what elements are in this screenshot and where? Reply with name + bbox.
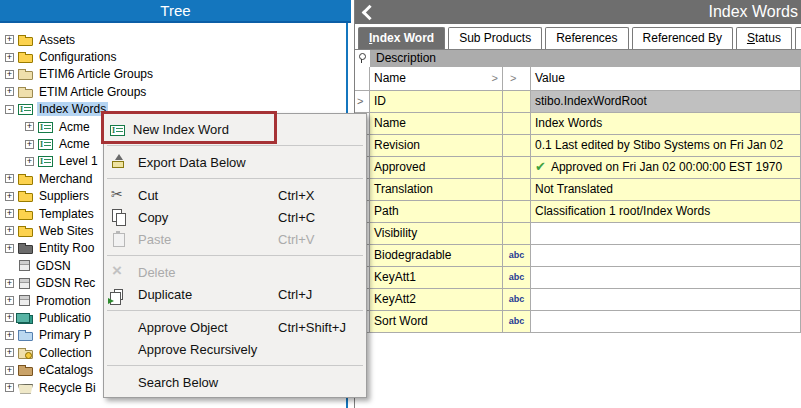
attribute-name-cell[interactable]: Path (370, 201, 503, 223)
collapse-icon[interactable]: - (5, 105, 14, 114)
attribute-name-cell[interactable]: ID (370, 91, 503, 113)
attribute-name-cell[interactable]: Name (370, 113, 503, 135)
tab-s[interactable]: S (795, 27, 801, 49)
menu-item-search-below[interactable]: Search Below (104, 371, 366, 393)
attribute-type-cell (503, 201, 531, 223)
expand-icon[interactable]: + (5, 209, 14, 218)
attribute-value-cell[interactable]: 0.1 Last edited by Stibo Systems on Fri … (531, 135, 801, 157)
tree-item-label: Suppliers (37, 189, 91, 203)
menu-item-copy[interactable]: CopyCtrl+C (104, 206, 366, 228)
pin-icon[interactable] (359, 53, 366, 60)
attribute-name-cell[interactable]: Translation (370, 179, 503, 201)
attribute-row-biodegradable[interactable]: Biodegradableabc (355, 245, 801, 267)
tab-index-word[interactable]: Index Word (358, 27, 445, 49)
attribute-name-cell[interactable]: KeyAtt1 (370, 267, 503, 289)
attribute-value-cell[interactable] (531, 267, 801, 289)
expand-icon[interactable]: + (5, 296, 14, 305)
expand-icon[interactable]: + (5, 53, 14, 62)
attribute-value-cell[interactable] (531, 311, 801, 333)
expand-icon[interactable]: + (5, 226, 14, 235)
type-column-header[interactable] (503, 67, 531, 90)
expand-icon[interactable]: + (5, 192, 14, 201)
attribute-name-cell[interactable]: Visibility (370, 223, 503, 245)
attribute-row-id[interactable]: >IDstibo.IndexWordRoot (355, 91, 801, 113)
attribute-name-cell[interactable]: Revision (370, 135, 503, 157)
expand-icon[interactable]: + (5, 279, 14, 288)
menu-item-export-data-below[interactable]: Export Data Below (104, 151, 366, 173)
folder-icon (18, 176, 33, 185)
attribute-value-cell[interactable] (531, 223, 801, 245)
expand-icon[interactable]: + (5, 244, 14, 253)
attribute-value-cell[interactable]: Classification 1 root/Index Words (531, 201, 801, 223)
expand-icon[interactable]: + (5, 383, 14, 392)
tab-sub-products[interactable]: Sub Products (448, 27, 542, 49)
back-chevron-icon[interactable] (362, 5, 378, 21)
tab-referenced-by[interactable]: Referenced By (632, 27, 733, 49)
panel-header: Index Words (355, 0, 801, 24)
attribute-value-cell[interactable] (531, 245, 801, 267)
attribute-row-sort-word[interactable]: Sort Wordabc (355, 311, 801, 333)
attribute-row-name[interactable]: NameIndex Words (355, 113, 801, 135)
attribute-value-cell[interactable]: Index Words (531, 113, 801, 135)
duplicate-icon (114, 289, 123, 300)
attribute-name-cell[interactable]: Biodegradable (370, 245, 503, 267)
attribute-name-cell[interactable]: Sort Word (370, 311, 503, 333)
pin-gutter[interactable] (355, 50, 371, 67)
menu-item-duplicate[interactable]: DuplicateCtrl+J (104, 283, 366, 305)
delete-icon (110, 264, 130, 280)
menu-item-approve-recursively[interactable]: Approve Recursively (104, 338, 366, 360)
value-column-header[interactable]: Value (531, 67, 801, 90)
attribute-row-keyatt2[interactable]: KeyAtt2abc (355, 289, 801, 311)
tree-item-configurations[interactable]: +Configurations (0, 48, 346, 65)
tree-item-assets[interactable]: +Assets (0, 31, 346, 48)
panel-title: Index Words (708, 0, 798, 24)
attribute-name-cell[interactable]: KeyAtt2 (370, 289, 503, 311)
expand-icon[interactable]: + (5, 35, 14, 44)
expand-icon[interactable]: + (25, 140, 34, 149)
attribute-row-translation[interactable]: TranslationNot Translated (355, 179, 801, 201)
expand-icon[interactable]: + (5, 331, 14, 340)
name-column-header[interactable]: Name (370, 67, 503, 90)
attribute-value-cell[interactable]: ✔Approved on Fri Jan 02 00:00:00 EST 197… (531, 157, 801, 179)
menu-item-cut[interactable]: CutCtrl+X (104, 184, 366, 206)
folder-icon (18, 228, 33, 237)
attribute-row-keyatt1[interactable]: KeyAtt1abc (355, 267, 801, 289)
attribute-type-cell (503, 179, 531, 201)
attribute-value-cell[interactable]: stibo.IndexWordRoot (531, 91, 801, 113)
menu-item-label: Search Below (138, 375, 218, 390)
attribute-row-approved[interactable]: Approved✔Approved on Fri Jan 02 00:00:00… (355, 157, 801, 179)
expand-icon[interactable]: + (5, 366, 14, 375)
tree-item-etim-article-groups[interactable]: +ETIM Article Groups (0, 83, 346, 100)
section-title: Description (371, 50, 801, 67)
cube-icon (19, 260, 30, 271)
attribute-row-path[interactable]: PathClassification 1 root/Index Words (355, 201, 801, 223)
attribute-row-visibility[interactable]: Visibility (355, 223, 801, 245)
tree-item-label: Entity Roo (37, 241, 96, 255)
tab-references[interactable]: References (545, 27, 628, 49)
expand-icon[interactable]: + (5, 313, 14, 322)
tab-status[interactable]: Status (736, 27, 792, 49)
attribute-value-text: Index Words (535, 116, 602, 130)
attribute-value-text: 0.1 Last edited by Stibo Systems on Fri … (535, 138, 783, 152)
attribute-name-cell[interactable]: Approved (370, 157, 503, 179)
index-word-icon (38, 156, 53, 167)
attribute-value-text: Not Translated (535, 182, 613, 196)
expand-icon[interactable]: + (5, 348, 14, 357)
attribute-row-revision[interactable]: Revision0.1 Last edited by Stibo Systems… (355, 135, 801, 157)
menu-item-approve-object[interactable]: Approve ObjectCtrl+Shift+J (104, 316, 366, 338)
menu-icon-spacer (110, 319, 130, 335)
recycle-bin-icon (18, 384, 33, 394)
expand-icon[interactable]: + (5, 87, 14, 96)
tree-item-etim6-article-groups[interactable]: +ETIM6 Article Groups (0, 66, 346, 83)
expand-icon[interactable]: + (25, 157, 34, 166)
index-word-icon (38, 139, 53, 150)
menu-item-new-index-word[interactable]: New Index Word (104, 118, 366, 140)
expand-icon[interactable]: + (5, 174, 14, 183)
expand-icon[interactable]: + (25, 122, 34, 131)
expand-icon[interactable]: + (5, 70, 14, 79)
attribute-value-cell[interactable] (531, 289, 801, 311)
tree-item-label: Publicatio (37, 311, 93, 325)
tree-item-label: Level 1 (57, 154, 100, 168)
tree-item-label: Primary P (37, 328, 94, 342)
attribute-value-cell[interactable]: Not Translated (531, 179, 801, 201)
